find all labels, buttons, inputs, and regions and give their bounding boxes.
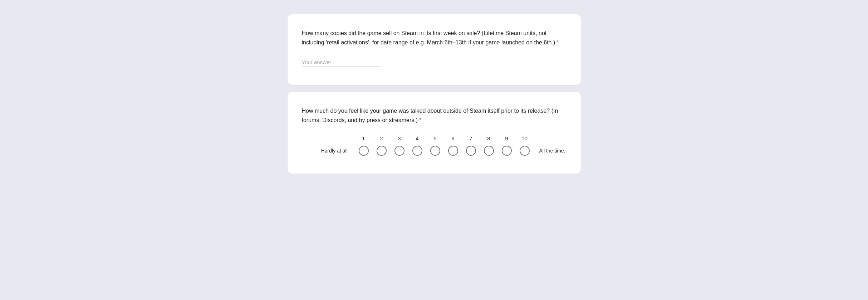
required-star-1: * (556, 39, 559, 45)
rating-number-9: 9 (498, 135, 516, 141)
rating-number-2: 2 (373, 135, 391, 141)
rating-number-5: 5 (426, 135, 444, 141)
radio-circle-9[interactable] (502, 146, 512, 156)
radio-circle-6[interactable] (448, 146, 458, 156)
answer-input[interactable] (302, 58, 381, 67)
radio-circle-5[interactable] (430, 146, 440, 156)
radio-circle-8[interactable] (484, 146, 494, 156)
radio-option-1[interactable] (355, 146, 373, 156)
question-card-1: How many copies did the game sell on Ste… (288, 14, 581, 85)
radio-option-4[interactable] (408, 146, 426, 156)
page-container: How many copies did the game sell on Ste… (288, 7, 581, 181)
question-label-1: How many copies did the game sell on Ste… (302, 30, 555, 45)
rating-number-7: 7 (462, 135, 480, 141)
radio-circle-7[interactable] (466, 146, 476, 156)
required-star-2: * (419, 117, 421, 123)
rating-label-left: Hardly at all. (302, 148, 355, 154)
radio-option-7[interactable] (462, 146, 480, 156)
rating-numbers: 12345678910 (355, 135, 567, 141)
rating-number-8: 8 (480, 135, 498, 141)
radio-circle-3[interactable] (394, 146, 404, 156)
radio-circle-2[interactable] (377, 146, 387, 156)
rating-section: 12345678910 Hardly at all. All the time. (302, 135, 567, 156)
rating-number-1: 1 (355, 135, 373, 141)
radio-option-2[interactable] (373, 146, 391, 156)
radio-options (355, 146, 534, 156)
radio-option-3[interactable] (391, 146, 408, 156)
radio-option-9[interactable] (498, 146, 516, 156)
rating-number-3: 3 (391, 135, 408, 141)
radio-circle-10[interactable] (520, 146, 530, 156)
question-text-1: How many copies did the game sell on Ste… (302, 29, 567, 47)
rating-row: Hardly at all. All the time. (302, 146, 567, 156)
radio-option-8[interactable] (480, 146, 498, 156)
question-card-2: How much do you feel like your game was … (288, 92, 581, 174)
radio-circle-4[interactable] (412, 146, 422, 156)
radio-option-6[interactable] (444, 146, 462, 156)
radio-circle-1[interactable] (359, 146, 369, 156)
question-label-2: How much do you feel like your game was … (302, 108, 558, 123)
radio-option-10[interactable] (516, 146, 534, 156)
rating-number-10: 10 (516, 135, 534, 141)
radio-option-5[interactable] (426, 146, 444, 156)
rating-label-right: All the time. (534, 148, 565, 154)
rating-number-4: 4 (408, 135, 426, 141)
rating-number-6: 6 (444, 135, 462, 141)
question-text-2: How much do you feel like your game was … (302, 106, 567, 125)
